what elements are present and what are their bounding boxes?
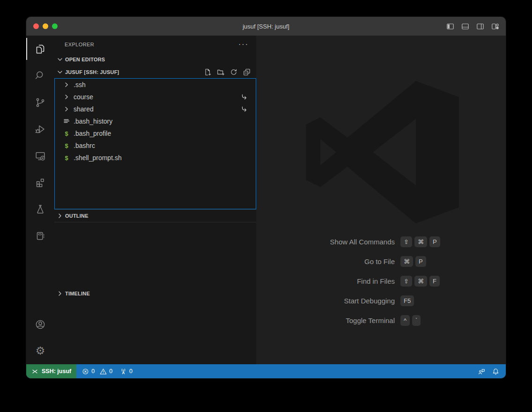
tree-item-bash-profile[interactable]: $ .bash_profile bbox=[55, 127, 256, 140]
file-name: .bashrc bbox=[74, 142, 95, 149]
traffic-lights bbox=[33, 23, 58, 29]
symlink-arrow-icon bbox=[240, 93, 248, 101]
tree-item-course[interactable]: course bbox=[55, 91, 256, 103]
keycap: ⇧ bbox=[400, 236, 412, 247]
chevron-right-icon bbox=[63, 105, 70, 113]
warnings-icon bbox=[100, 368, 107, 375]
open-editors-section-header[interactable]: OPEN EDITORS bbox=[54, 53, 256, 66]
tree-item-shared[interactable]: shared bbox=[55, 103, 256, 115]
remote-icon bbox=[31, 368, 38, 375]
status-bar: SSH: jusuf 0 0 0 bbox=[26, 364, 506, 378]
text-file-icon bbox=[63, 118, 70, 125]
workspace-label: JUSUF [SSH: JUSUF] bbox=[65, 69, 119, 75]
chevron-right-icon bbox=[63, 81, 70, 88]
notebook-icon[interactable] bbox=[26, 222, 54, 249]
shortcut-row: Go to File ⌘ P bbox=[256, 255, 506, 268]
workspace-section-header[interactable]: JUSUF [SSH: JUSUF] bbox=[54, 66, 256, 78]
explorer-icon[interactable] bbox=[26, 36, 54, 62]
settings-gear-icon[interactable]: ⚙ bbox=[26, 338, 54, 364]
keycap: P bbox=[415, 256, 426, 267]
sidebar-header: EXPLORER ··· bbox=[54, 36, 256, 53]
remote-indicator[interactable]: SSH: jusuf bbox=[26, 364, 76, 378]
title-bar: jusuf [SSH: jusuf] bbox=[26, 17, 506, 36]
run-and-debug-icon[interactable] bbox=[26, 116, 54, 142]
shell-script-icon: $ bbox=[63, 154, 70, 162]
keycap: ⌘ bbox=[414, 236, 427, 247]
toggle-secondary-sidebar-icon[interactable] bbox=[476, 22, 484, 30]
collapse-folders-icon[interactable] bbox=[243, 68, 251, 76]
keycap: ⇧ bbox=[400, 276, 412, 287]
shortcut-row: Find in Files ⇧ ⌘ F bbox=[256, 274, 506, 287]
keycap: ⌘ bbox=[400, 256, 413, 267]
remote-explorer-icon[interactable] bbox=[26, 142, 54, 169]
tree-item-shell-prompt[interactable]: $ .shell_prompt.sh bbox=[55, 152, 256, 164]
more-actions-icon[interactable]: ··· bbox=[238, 42, 249, 47]
new-file-icon[interactable] bbox=[204, 68, 211, 76]
radio-tower-icon bbox=[120, 368, 127, 375]
folder-name: shared bbox=[74, 105, 94, 113]
folder-name: course bbox=[74, 93, 93, 101]
new-folder-icon[interactable] bbox=[217, 68, 224, 76]
toggle-primary-sidebar-icon[interactable] bbox=[446, 22, 454, 30]
shortcut-label: Start Debugging bbox=[256, 297, 395, 305]
problems-indicator[interactable]: 0 0 bbox=[82, 368, 112, 375]
tree-item-bash-history[interactable]: .bash_history bbox=[55, 115, 256, 127]
keycap: ⌘ bbox=[414, 276, 427, 287]
extensions-icon[interactable] bbox=[26, 169, 54, 196]
shortcut-label: Go to File bbox=[256, 258, 395, 265]
shortcut-label: Show All Commands bbox=[256, 238, 395, 246]
refresh-icon[interactable] bbox=[230, 68, 237, 76]
keycap: F bbox=[429, 276, 440, 287]
feedback-icon[interactable] bbox=[478, 368, 485, 375]
shortcut-keys: ⇧ ⌘ P bbox=[400, 236, 440, 247]
error-count: 0 bbox=[91, 368, 95, 375]
outline-section-header[interactable]: OUTLINE bbox=[54, 209, 256, 222]
layout-controls bbox=[446, 17, 499, 36]
file-tree: .ssh course shared .bash_history bbox=[54, 78, 256, 209]
chevron-down-icon bbox=[56, 56, 64, 63]
open-editors-label: OPEN EDITORS bbox=[65, 57, 105, 62]
shortcut-row: Show All Commands ⇧ ⌘ P bbox=[256, 235, 506, 248]
symlink-arrow-icon bbox=[240, 105, 248, 113]
toggle-panel-icon[interactable] bbox=[461, 22, 469, 30]
workspace-actions bbox=[204, 68, 256, 76]
shortcut-label: Find in Files bbox=[256, 277, 395, 285]
file-name: .shell_prompt.sh bbox=[74, 154, 122, 162]
editor-area: Show All Commands ⇧ ⌘ P Go to File ⌘ P F bbox=[256, 36, 506, 364]
keycap: ` bbox=[412, 315, 421, 326]
shortcut-keys: ^ ` bbox=[400, 315, 421, 326]
keycap: F5 bbox=[400, 295, 414, 306]
close-window-button[interactable] bbox=[33, 23, 39, 29]
minimize-window-button[interactable] bbox=[43, 23, 48, 29]
notifications-bell-icon[interactable] bbox=[492, 368, 499, 375]
sidebar-title: EXPLORER bbox=[65, 42, 94, 47]
folder-name: .ssh bbox=[74, 81, 86, 88]
zoom-window-button[interactable] bbox=[52, 23, 58, 29]
customize-layout-icon[interactable] bbox=[491, 22, 499, 30]
testing-icon[interactable] bbox=[26, 196, 54, 222]
explorer-sidebar: EXPLORER ··· OPEN EDITORS JUSUF [SSH: JU… bbox=[54, 36, 256, 364]
window-title: jusuf [SSH: jusuf] bbox=[243, 23, 289, 30]
search-icon[interactable] bbox=[26, 62, 54, 89]
shortcut-keys: ⌘ P bbox=[400, 256, 426, 267]
watermark-shortcuts: Show All Commands ⇧ ⌘ P Go to File ⌘ P F bbox=[256, 235, 506, 333]
shortcut-label: Toggle Terminal bbox=[256, 316, 395, 324]
keycap: ^ bbox=[400, 315, 410, 326]
tree-item-ssh[interactable]: .ssh bbox=[55, 79, 256, 91]
chevron-right-icon bbox=[56, 290, 64, 297]
shell-script-icon: $ bbox=[63, 130, 70, 137]
account-icon[interactable] bbox=[26, 311, 54, 338]
outline-label: OUTLINE bbox=[65, 213, 89, 219]
shell-script-icon: $ bbox=[63, 142, 70, 149]
vscode-watermark-logo bbox=[304, 80, 464, 225]
ports-indicator[interactable]: 0 bbox=[120, 368, 133, 375]
timeline-section-header[interactable]: TIMELINE bbox=[54, 222, 256, 364]
shortcut-keys: ⇧ ⌘ F bbox=[400, 276, 440, 287]
shortcut-row: Toggle Terminal ^ ` bbox=[256, 314, 506, 327]
tree-item-bashrc[interactable]: $ .bashrc bbox=[55, 140, 256, 152]
timeline-label: TIMELINE bbox=[65, 291, 90, 296]
source-control-icon[interactable] bbox=[26, 89, 54, 116]
chevron-down-icon bbox=[56, 68, 64, 76]
chevron-right-icon bbox=[63, 93, 70, 101]
warning-count: 0 bbox=[109, 368, 112, 375]
